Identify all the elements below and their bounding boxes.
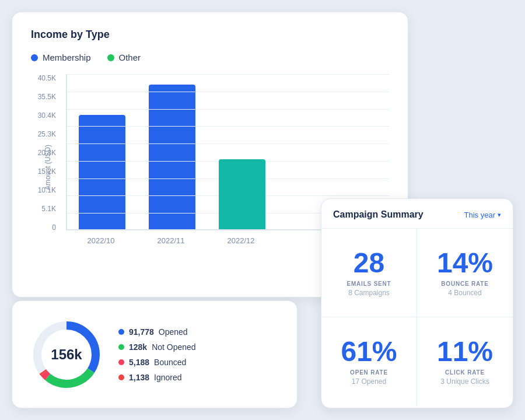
legend-membership: Membership	[31, 52, 91, 62]
y-label-7: 35.5K	[38, 93, 56, 101]
bar-1	[149, 85, 195, 229]
bounce-rate-label: BOUNCE RATE	[441, 281, 488, 287]
donut-legend: 91,778 Opened 128k Not Opened 5,188 Boun…	[118, 327, 196, 382]
donut-legend-opened: 91,778 Opened	[118, 327, 196, 337]
campaign-title: Campaign Summary	[333, 209, 424, 220]
bounce-rate-value: 14%	[437, 249, 493, 277]
chevron-down-icon: ▾	[498, 211, 501, 219]
donut-chart: 156k	[29, 317, 104, 393]
campaign-period-selector[interactable]: This year ▾	[464, 211, 501, 219]
ignored-value: 1,138	[129, 373, 149, 382]
y-label-5: 25.3K	[38, 130, 56, 138]
income-title: Income by Type	[31, 29, 389, 41]
click-rate-value: 11%	[437, 338, 493, 366]
stats-grid: 28 EMAILS SENT 8 Campaigns 14% BOUNCE RA…	[321, 229, 513, 405]
donut-legend-not-opened: 128k Not Opened	[118, 342, 196, 352]
donut-legend-bounced: 5,188 Bounced	[118, 358, 196, 367]
legend-other: Other	[107, 52, 141, 62]
stat-emails-sent: 28 EMAILS SENT 8 Campaigns	[321, 229, 417, 317]
bar-2-teal	[219, 159, 265, 229]
bounced-value: 5,188	[129, 358, 149, 367]
open-rate-label: OPEN RATE	[350, 369, 388, 376]
not-opened-label: Not Opened	[152, 342, 196, 352]
other-dot	[107, 54, 114, 61]
ignored-dot	[118, 374, 124, 380]
bounced-dot	[118, 359, 124, 365]
x-label-2: 2022/12	[218, 236, 264, 245]
donut-center-value: 156k	[51, 346, 82, 363]
campaign-period-label: This year	[464, 211, 495, 219]
open-rate-sub: 17 Opened	[352, 377, 386, 386]
campaign-header: Campaign Summary This year ▾	[321, 199, 513, 229]
y-label-6: 30.4K	[38, 111, 56, 120]
stat-click-rate: 11% CLICK RATE 3 Unique Clicks	[417, 317, 513, 405]
emails-sent-label: EMAILS SENT	[346, 281, 391, 287]
x-label-0: 2022/10	[78, 236, 124, 245]
income-legend: Membership Other	[31, 52, 389, 62]
campaign-card: Campaign Summary This year ▾ 28 EMAILS S…	[321, 198, 513, 408]
click-rate-label: CLICK RATE	[445, 369, 485, 376]
not-opened-dot	[118, 344, 124, 350]
y-label-8: 40.5K	[38, 74, 56, 82]
other-label: Other	[119, 52, 141, 62]
ignored-label: Ignored	[154, 373, 181, 382]
dashboard-container: Income by Type Membership Other Amount (…	[12, 12, 513, 408]
membership-dot	[31, 54, 38, 61]
bar-group-1	[149, 85, 195, 229]
opened-dot	[118, 329, 124, 335]
emails-sent-value: 28	[354, 249, 384, 277]
y-label-0: 0	[52, 223, 56, 232]
opened-label: Opened	[159, 327, 188, 337]
y-label-1: 5.1K	[41, 205, 56, 213]
bar-group-2	[219, 159, 265, 229]
membership-label: Membership	[43, 52, 91, 62]
click-rate-sub: 3 Unique Clicks	[440, 377, 489, 386]
bounced-label: Bounced	[154, 358, 186, 367]
not-opened-value: 128k	[129, 342, 147, 352]
bounce-rate-sub: 4 Bounced	[448, 289, 481, 297]
bar-group-0	[79, 115, 125, 229]
y-axis-title: Amount (USD)	[44, 145, 52, 190]
opened-value: 91,778	[129, 327, 154, 337]
donut-legend-ignored: 1,138 Ignored	[118, 373, 196, 382]
donut-card: 156k 91,778 Opened 128k Not Opened 5,188…	[12, 300, 298, 408]
stat-bounce-rate: 14% BOUNCE RATE 4 Bounced	[417, 229, 513, 317]
emails-sent-sub: 8 Campaigns	[348, 289, 390, 297]
open-rate-value: 61%	[341, 338, 397, 366]
bar-0	[79, 115, 125, 229]
stat-open-rate: 61% OPEN RATE 17 Opened	[321, 317, 417, 405]
x-label-1: 2022/11	[148, 236, 194, 245]
